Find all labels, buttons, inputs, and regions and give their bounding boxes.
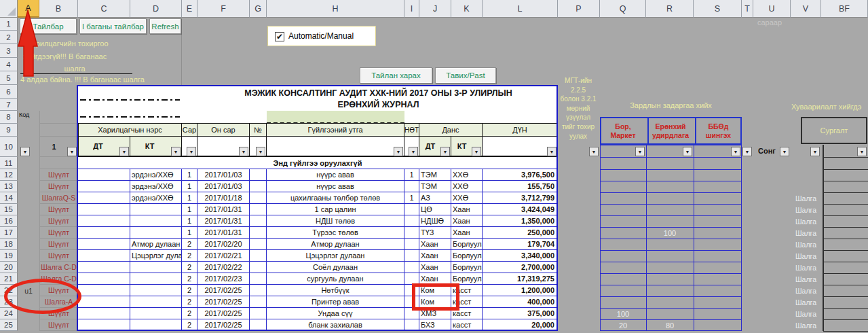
cell-amount[interactable]: 400,000	[483, 296, 558, 308]
paste-button[interactable]: Тавих/Past	[435, 67, 496, 84]
column-header-D[interactable]: D	[130, 0, 182, 18]
cell-month[interactable]: 2	[182, 250, 197, 262]
refresh-button[interactable]: Refresh	[149, 18, 181, 34]
cell-date[interactable]: 2017/02/25	[197, 308, 250, 319]
training-header-box[interactable]: Сургалт	[801, 117, 867, 144]
column-header-J[interactable]: J	[419, 0, 451, 18]
cell-amount[interactable]: 1,350,000	[483, 215, 558, 227]
row-header-3[interactable]: 3	[0, 44, 18, 58]
row-filter-label[interactable]: Шүүлт	[39, 181, 78, 192]
cell-name_dt[interactable]	[78, 169, 130, 181]
cell-acc_dt[interactable]: ТЭМ	[419, 181, 451, 192]
filter-dropdown-S[interactable]: ▼	[731, 147, 740, 156]
filter-dropdown-R[interactable]: ▼	[683, 147, 692, 156]
cell-acc_kt[interactable]: Хаан	[451, 215, 483, 227]
filter-dropdown-H[interactable]: ▼	[394, 147, 403, 156]
cell-date[interactable]: 2017/01/31	[197, 227, 250, 239]
cell-description[interactable]: сургууль дулаан	[267, 273, 404, 285]
cell-acc_kt[interactable]: Борлуулал	[451, 262, 483, 273]
column-header-G[interactable]: G	[250, 0, 267, 18]
cell-description[interactable]: 1 сар цалин	[267, 204, 404, 215]
cell-date[interactable]: 2017/02/25	[197, 296, 250, 308]
cell-month[interactable]: 2	[182, 308, 197, 319]
cell-date[interactable]: 2017/01/31	[197, 204, 250, 215]
cell-no[interactable]	[250, 285, 267, 296]
filter-dropdown-G[interactable]: ▼	[256, 147, 265, 156]
cell-name_kt[interactable]	[130, 227, 182, 239]
column-header-BF[interactable]: BF	[821, 0, 868, 18]
cell-name_dt[interactable]	[78, 296, 130, 308]
row-filter-label[interactable]: Шүүлт	[39, 250, 78, 262]
column-header-H[interactable]: H	[267, 0, 404, 18]
cell-description[interactable]: Нөтбүүк	[267, 285, 404, 296]
filter-dropdown-P[interactable]: ▼	[589, 147, 599, 156]
cell-acc_kt[interactable]: ХХӨ	[451, 192, 483, 204]
cell-date[interactable]: 2017/01/18	[197, 192, 250, 204]
cell-no[interactable]	[250, 250, 267, 262]
column-header-V[interactable]: V	[791, 0, 821, 18]
cell-amount[interactable]: 375,000	[483, 308, 558, 319]
row-filter-label[interactable]: Шүүлт	[39, 204, 78, 215]
cell-acc_dt[interactable]: НДШӨ	[419, 215, 451, 227]
cell-no[interactable]	[250, 215, 267, 227]
cell-no[interactable]	[250, 308, 267, 319]
column-header-L[interactable]: L	[483, 0, 558, 18]
filter-dropdown-J[interactable]: ▼	[440, 147, 450, 156]
cell-date[interactable]: 2017/02/21	[197, 250, 250, 262]
cell-amount[interactable]: 155,750	[483, 181, 558, 192]
cell-acc_dt[interactable]: ТҮЗ	[419, 227, 451, 239]
filter-dropdown-D[interactable]: ▼	[171, 147, 181, 156]
cell-vat[interactable]	[404, 227, 419, 239]
cell-month[interactable]: 2	[182, 296, 197, 308]
cell-amount[interactable]: 3,712,799	[483, 192, 558, 204]
column-header-K[interactable]: K	[451, 0, 483, 18]
row-filter-label[interactable]: Шүүлт	[39, 239, 78, 250]
row-header-12[interactable]: 12	[0, 169, 18, 181]
cell-name_kt[interactable]: эрдэнэ/ХХӨ	[130, 181, 182, 192]
row-filter-label[interactable]: Шүүлт	[39, 319, 78, 331]
row-header-1[interactable]: 1	[0, 18, 18, 31]
cell-name_dt[interactable]	[78, 250, 130, 262]
row-header-11[interactable]: 11	[0, 157, 18, 169]
column-header-E[interactable]: E	[182, 0, 197, 18]
cell-amount[interactable]: 1,200,000	[483, 285, 558, 296]
allocation-r-value[interactable]: 80	[646, 319, 694, 331]
header-name[interactable]: Харилцагчын нэрс	[78, 124, 182, 137]
cell-name_dt[interactable]	[78, 262, 130, 273]
cell-month[interactable]: 1	[182, 181, 197, 192]
row-filter-label[interactable]: Шүүлт	[39, 215, 78, 227]
cell-description[interactable]: нүүрс авав	[267, 181, 404, 192]
row-header-16[interactable]: 16	[0, 215, 18, 227]
cell-vat[interactable]	[404, 262, 419, 273]
cell-month[interactable]: 2	[182, 239, 197, 250]
cell-name_dt[interactable]	[78, 239, 130, 250]
cell-name_kt[interactable]: эрдэнэ/ХХӨ	[130, 169, 182, 181]
cell-amount[interactable]: 250,000	[483, 227, 558, 239]
cell-description[interactable]: Атмор дулаан	[267, 239, 404, 250]
cell-name_kt[interactable]	[130, 204, 182, 215]
column-header-C[interactable]: C	[78, 0, 130, 18]
cell-month[interactable]: 1	[182, 215, 197, 227]
filter-dropdown-T[interactable]: ▼	[742, 147, 752, 156]
column-header-S[interactable]: S	[694, 0, 742, 18]
cell-no[interactable]	[250, 262, 267, 273]
column-header-B[interactable]: B	[39, 0, 78, 18]
cell-date[interactable]: 2017/01/03	[197, 181, 250, 192]
cell-name_kt[interactable]	[130, 273, 182, 285]
cell-vat[interactable]	[404, 204, 419, 215]
cell-vat[interactable]: 1	[404, 169, 419, 181]
cell-name_kt[interactable]	[130, 308, 182, 319]
cell-amount[interactable]: 17,319,275	[483, 273, 558, 285]
filter-dropdown-Q[interactable]: ▼	[635, 147, 645, 156]
cell-month[interactable]: 1	[182, 169, 197, 181]
row-header-5[interactable]: 5	[0, 71, 18, 85]
cell-date[interactable]: 2017/01/31	[197, 215, 250, 227]
cell-no[interactable]	[250, 239, 267, 250]
column-header-U[interactable]: U	[753, 0, 791, 18]
cell-acc_dt[interactable]: ЦӨ	[419, 204, 451, 215]
cell-name_kt[interactable]: Атмор дулаан	[130, 239, 182, 250]
cell-name_kt[interactable]: эрдэнэ/ХХӨ	[130, 192, 182, 204]
filter-dropdown-I[interactable]: ▼	[409, 147, 418, 156]
row-header-13[interactable]: 13	[0, 181, 18, 192]
column-header-P[interactable]: P	[558, 0, 600, 18]
